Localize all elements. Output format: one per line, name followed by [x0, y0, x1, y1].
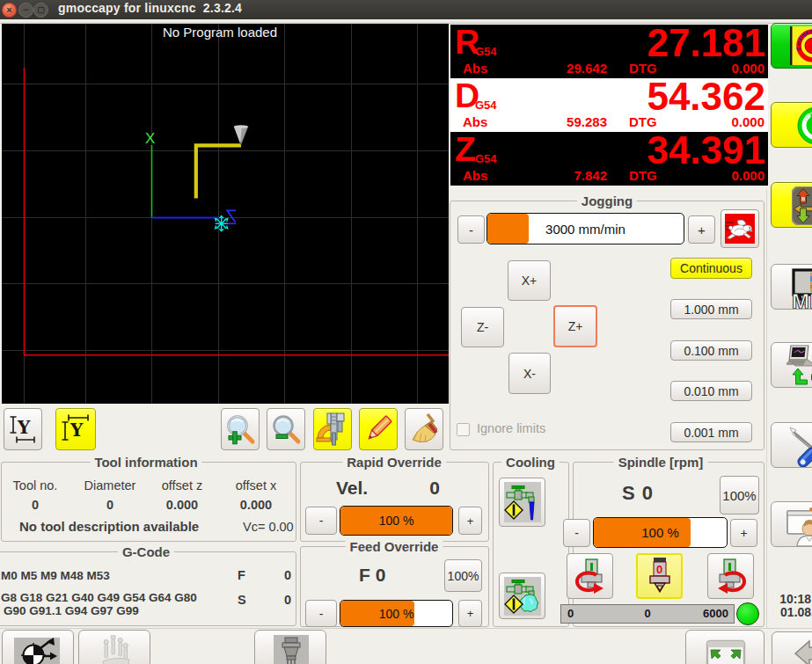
bottom-bar-divider [0, 628, 812, 629]
spindle-cw-button[interactable] [707, 553, 754, 599]
gmoccapy-window: × − ▢ gmoccapy for linuxcnc 2.3.2.4 [0, 0, 812, 664]
spindle-override-reset-button[interactable]: 100% [720, 476, 759, 514]
dro-row-r[interactable]: R G54 27.181 Abs 29.642 DTG 0.000 [450, 25, 768, 78]
gremlin-preview[interactable]: X No Program loaded [2, 24, 449, 404]
increment-label: 1.000 mm [684, 303, 738, 317]
x-plus-label: X+ [522, 274, 538, 288]
mist-coolant-button[interactable] [499, 573, 545, 619]
spindle-speed-label: S 0 [581, 482, 695, 505]
machine-on-button[interactable] [771, 102, 812, 148]
continuous-label: Continuous [680, 261, 743, 275]
cooling-frame-title: Cooling [501, 455, 560, 470]
window-minimize-button[interactable]: − [18, 3, 33, 18]
increment-label: 0.100 mm [684, 344, 738, 358]
virtual-keyboard-button[interactable] [771, 182, 812, 228]
active-mcodes: M0 M5 M9 M48 M53 [1, 569, 110, 582]
spindle-speed-bar: 0 0 6000 [560, 604, 735, 624]
rapid-jog-rabbit-button[interactable] [721, 209, 759, 248]
spindle-stop-button[interactable]: 0 [636, 553, 683, 599]
estop-button[interactable]: Emergency [771, 23, 812, 69]
mdi-mode-button[interactable]: MD [771, 264, 812, 310]
window-close-button[interactable]: × [2, 3, 17, 18]
measure-tool-button[interactable] [313, 408, 352, 450]
right-panel-divider [766, 189, 767, 628]
jog-z-minus-button[interactable]: Z- [461, 307, 504, 347]
user-settings-button[interactable] [771, 501, 812, 547]
fullscreen-button[interactable] [685, 630, 764, 664]
rapid-override-minus-button[interactable]: - [305, 507, 337, 535]
window-maximize-button[interactable]: ▢ [33, 3, 48, 18]
jog-increment-001mm-button[interactable]: 0.010 mm [670, 381, 752, 401]
dimension-y-button[interactable]: Y [4, 408, 42, 450]
rapid-override-slider[interactable]: 100 % [340, 506, 453, 536]
jog-increment-1mm-button[interactable]: 1.000 mm [670, 299, 752, 319]
x-minus-label: X- [523, 367, 536, 381]
user-icon [786, 506, 812, 546]
dro-abs-value: 7.842 [538, 168, 607, 183]
zoom-out-button[interactable] [267, 408, 305, 450]
spindle-override-plus-button[interactable]: + [730, 519, 757, 547]
dro-dtg-label: DTG [629, 61, 657, 76]
plus-label: + [467, 514, 474, 528]
dro-abs-value: 59.283 [538, 114, 607, 129]
estop-icon: Emergency [790, 26, 812, 65]
jog-increment-01mm-button[interactable]: 0.100 mm [670, 340, 752, 361]
dro-abs-label: Abs [463, 61, 487, 76]
rapid-move-path [227, 210, 236, 223]
dimension-y-active-button[interactable]: Y [55, 408, 96, 450]
dro-dtg-value: 0.000 [731, 61, 764, 76]
feed-override-reset-button[interactable]: 100% [444, 559, 482, 592]
tool-button[interactable] [254, 630, 326, 664]
jog-x-minus-button[interactable]: X- [508, 353, 551, 394]
jog-z-plus-button[interactable]: Z+ [553, 305, 597, 347]
settings-button[interactable] [771, 422, 812, 468]
spindle-reset-label: 100% [722, 488, 756, 503]
s-code-value: 0 [264, 593, 291, 607]
dro-row-d[interactable]: D G54 54.362 Abs 59.283 DTG 0.000 [450, 78, 768, 132]
flood-coolant-button[interactable] [499, 478, 545, 527]
feed-override-slider[interactable]: 100 % [340, 600, 453, 627]
restart-button[interactable] [771, 342, 812, 388]
velocity-label: Vel. [336, 478, 368, 499]
touch-off-button[interactable] [2, 630, 74, 664]
zoom-in-button[interactable] [221, 408, 260, 450]
velocity-value: 0 [405, 478, 440, 499]
feed-reset-label: 100% [448, 569, 479, 583]
diameter-header: Diameter [79, 478, 141, 493]
ignore-limits-label: Ignore limits [477, 421, 545, 435]
spindle-ccw-button[interactable] [567, 553, 613, 599]
minus-label: - [469, 223, 473, 237]
jog-continuous-button[interactable]: Continuous [670, 258, 752, 279]
jog-x-plus-button[interactable]: X+ [508, 260, 551, 301]
jog-speed-slider[interactable]: 3000 mm/min [486, 213, 684, 244]
spindle-override-minus-button[interactable]: - [563, 519, 590, 547]
maximize-icon: ▢ [34, 4, 48, 17]
preview-axis-x-label: X [145, 130, 155, 147]
feed-override-minus-button[interactable]: - [305, 600, 337, 627]
zoom-out-icon [270, 413, 302, 445]
jogging-frame-title: Jogging [577, 193, 637, 208]
rapid-override-plus-button[interactable]: + [458, 507, 482, 535]
dro-dtg-value: 0.000 [731, 168, 764, 183]
edit-button[interactable] [359, 408, 398, 450]
jog-speed-plus-button[interactable]: + [688, 215, 715, 244]
back-button[interactable] [772, 631, 812, 664]
dro-dtg-label: DTG [629, 168, 657, 183]
restart-icon [786, 345, 812, 387]
offset-z-value: 0.000 [156, 498, 208, 512]
tool-holder-icon [274, 635, 309, 664]
dim-letter: Y [69, 420, 84, 441]
spindle-override-slider[interactable]: 100 % [593, 517, 728, 548]
dro-dtg-value: 0.000 [731, 114, 764, 129]
touch-probe-button-disabled[interactable] [78, 630, 150, 664]
offset-z-header: offset z [156, 478, 208, 493]
minimize-icon: − [19, 4, 33, 17]
jog-increment-0001mm-button[interactable]: 0.001 mm [670, 422, 752, 442]
jog-speed-minus-button[interactable]: - [457, 215, 485, 244]
vc-value: Vc= 0.00 [243, 520, 294, 534]
clear-preview-button[interactable] [405, 408, 443, 450]
ignore-limits-checkbox[interactable] [457, 423, 470, 436]
feed-override-plus-button[interactable]: + [458, 600, 482, 627]
zoom-in-icon [224, 413, 256, 445]
dro-row-z[interactable]: Z G54 34.391 Abs 7.842 DTG 0.000 [450, 132, 768, 186]
